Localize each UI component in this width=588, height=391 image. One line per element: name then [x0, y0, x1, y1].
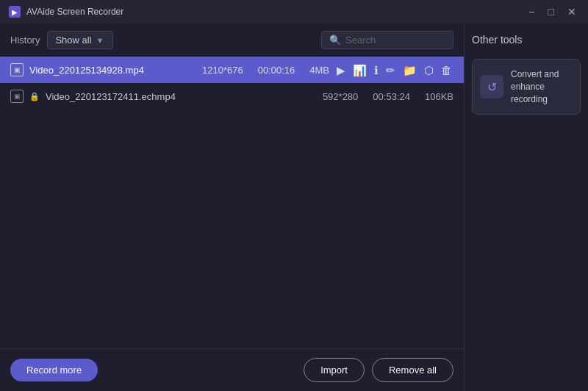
close-button[interactable]: ✕	[564, 5, 579, 18]
toolbar: History Show all ▼ 🔍	[0, 24, 464, 57]
convert-enhance-label: Convert and enhance recording	[511, 68, 573, 105]
minimize-button[interactable]: −	[526, 5, 537, 18]
table-row[interactable]: ▣ Video_220125134928.mp4 1210*676 00:00:…	[0, 57, 464, 83]
remove-all-button[interactable]: Remove all	[372, 358, 453, 382]
history-label: History	[10, 35, 40, 46]
lock-icon: 🔒	[29, 92, 40, 101]
file-metadata: 592*280 00:53:24 106KB	[323, 91, 453, 102]
table-row[interactable]: ▣ 🔒 Video_220123172411.echmp4 592*280 00…	[0, 83, 464, 110]
right-panel: Other tools ↺ Convert and enhance record…	[465, 24, 588, 391]
folder-button[interactable]: 📁	[401, 63, 418, 77]
file-duration: 00:53:24	[373, 91, 410, 102]
app-title: AVAide Screen Recorder	[26, 7, 123, 17]
file-list: ▣ Video_220125134928.mp4 1210*676 00:00:…	[0, 57, 464, 348]
delete-button[interactable]: 🗑	[440, 63, 453, 77]
search-container: 🔍	[321, 31, 453, 49]
edit-button[interactable]: ✏	[384, 63, 397, 77]
file-resolution: 1210*676	[202, 65, 243, 76]
file-metadata: 1210*676 00:00:16 4MB	[202, 65, 329, 76]
file-size: 4MB	[309, 65, 329, 76]
window-controls: − □ ✕	[526, 5, 579, 18]
record-more-button[interactable]: Record more	[10, 359, 98, 381]
title-bar: ▶ AVAide Screen Recorder − □ ✕	[0, 0, 588, 24]
file-duration: 00:00:16	[258, 65, 295, 76]
search-icon: 🔍	[329, 35, 341, 46]
convert-icon: ↺	[480, 75, 503, 98]
info-button[interactable]: ℹ	[373, 63, 380, 77]
app-icon: ▶	[9, 6, 21, 18]
dropdown-value: Show all	[55, 35, 91, 46]
convert-enhance-tool[interactable]: ↺ Convert and enhance recording	[472, 59, 581, 115]
file-name: Video_220125134928.mp4	[29, 65, 196, 76]
stats-button[interactable]: 📊	[351, 63, 368, 77]
play-button[interactable]: ▶	[335, 63, 347, 77]
search-input[interactable]	[345, 35, 445, 46]
file-actions: ▶ 📊 ℹ ✏ 📁 ⬡ 🗑	[335, 63, 453, 77]
show-all-dropdown[interactable]: Show all ▼	[47, 31, 113, 49]
import-button[interactable]: Import	[304, 358, 365, 382]
bottom-bar: Record more Import Remove all	[0, 348, 464, 391]
file-name: Video_220123172411.echmp4	[46, 91, 317, 102]
file-size: 106KB	[425, 91, 453, 102]
share-button[interactable]: ⬡	[423, 63, 435, 77]
maximize-button[interactable]: □	[545, 5, 557, 18]
file-type-icon: ▣	[10, 90, 24, 103]
other-tools-title: Other tools	[472, 34, 581, 46]
title-bar-left: ▶ AVAide Screen Recorder	[9, 6, 123, 18]
left-panel: History Show all ▼ 🔍 ▣ Video_22012513492…	[0, 24, 465, 391]
file-type-icon: ▣	[10, 63, 24, 76]
dropdown-arrow-icon: ▼	[96, 36, 104, 45]
main-container: History Show all ▼ 🔍 ▣ Video_22012513492…	[0, 24, 588, 391]
file-resolution: 592*280	[323, 91, 358, 102]
